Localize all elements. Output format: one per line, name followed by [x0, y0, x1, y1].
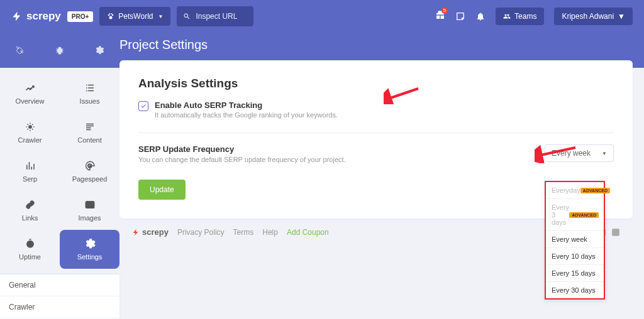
gift-button[interactable]: 5 [435, 10, 445, 23]
dropdown-option[interactable]: Every 30 days [546, 282, 604, 298]
teams-button[interactable]: Teams [496, 8, 544, 25]
freq-desc: You can change the default SERP update f… [138, 156, 519, 163]
lightning-icon [132, 229, 140, 236]
pro-badge: PRO+ [67, 11, 94, 22]
lightning-icon [11, 11, 23, 22]
bell-icon[interactable] [475, 11, 486, 21]
svg-rect-17 [612, 229, 619, 236]
footer-logo[interactable]: screpy [132, 227, 169, 237]
nav-links[interactable]: Links [0, 191, 60, 230]
gift-badge: 5 [441, 8, 448, 14]
freq-title: SERP Update Frequency [138, 144, 519, 154]
settings-submenu: General Crawler Search [0, 274, 119, 319]
svg-point-5 [28, 126, 31, 129]
svg-text:G: G [87, 163, 92, 169]
footer-terms[interactable]: Terms [233, 228, 254, 237]
frequency-dropdown: EverydayADVANCEDEvery 3 daysADVANCEDEver… [545, 181, 605, 300]
project-selector[interactable]: PetsWorld ▼ [99, 7, 170, 26]
enable-serp-checkbox[interactable] [138, 101, 148, 111]
dropdown-option: EverydayADVANCED [546, 182, 604, 199]
user-menu[interactable]: Kripesh Adwani ▼ [554, 8, 633, 25]
paw-icon [107, 13, 114, 20]
main: Analysis Settings Enable Auto SERP Track… [119, 68, 644, 319]
footer-coupon[interactable]: Add Coupon [287, 228, 329, 237]
search-wrap[interactable] [177, 6, 253, 26]
chevron-down-icon: ▼ [618, 12, 625, 21]
nav-pagespeed[interactable]: GPagespeed [60, 152, 119, 191]
nav-serp[interactable]: Serp [0, 152, 60, 191]
check-icon [140, 103, 147, 109]
teams-icon [503, 13, 511, 20]
gear-icon[interactable] [94, 45, 104, 55]
note-icon[interactable] [455, 11, 465, 21]
settings-card: Analysis Settings Enable Auto SERP Track… [119, 60, 633, 219]
top-icons: 5 Teams Kripesh Adwani ▼ [435, 8, 633, 25]
chevron-down-icon: ▼ [158, 14, 163, 19]
satellite-icon[interactable] [15, 45, 25, 55]
linkedin-icon[interactable] [611, 228, 620, 237]
frequency-select[interactable]: Every week ▼ [545, 144, 614, 162]
nav-images[interactable]: Images [60, 191, 119, 230]
chevron-down-icon: ▼ [602, 151, 607, 156]
search-icon [183, 13, 191, 20]
svg-point-3 [109, 13, 111, 14]
nav-overview[interactable]: Overview [0, 74, 60, 113]
dropdown-option[interactable]: Every 10 days [546, 248, 604, 265]
footer-help[interactable]: Help [262, 228, 278, 237]
dropdown-option[interactable]: Every 15 days [546, 265, 604, 282]
checkbox-row: Enable Auto SERP Tracking It automatical… [138, 100, 614, 119]
section-title: Analysis Settings [138, 77, 614, 90]
footer-privacy[interactable]: Privacy Policy [177, 228, 225, 237]
topbar: screpy PRO+ PetsWorld ▼ 5 Teams Kripesh … [0, 0, 644, 33]
nav-settings[interactable]: Settings [60, 230, 119, 269]
checkbox-label: Enable Auto SERP Tracking [155, 100, 338, 110]
nav-issues[interactable]: Issues [60, 74, 119, 113]
bug-icon[interactable] [55, 45, 65, 55]
checkbox-desc: It automatically tracks the Google ranki… [155, 111, 338, 119]
sidebar: Overview Issues Crawler Content Serp GPa… [0, 68, 119, 319]
dropdown-option[interactable]: Every week [546, 231, 604, 248]
svg-point-2 [112, 14, 114, 16]
submenu-general[interactable]: General [0, 274, 119, 296]
search-input[interactable] [191, 12, 247, 21]
update-button[interactable]: Update [138, 180, 186, 200]
nav-crawler[interactable]: Crawler [0, 113, 60, 152]
svg-point-4 [111, 13, 113, 14]
dropdown-option: Every 3 daysADVANCED [546, 199, 604, 231]
svg-point-0 [109, 16, 113, 19]
nav-content[interactable]: Content [60, 113, 119, 152]
nav-uptime[interactable]: Uptime [0, 230, 60, 269]
submenu-crawler[interactable]: Crawler [0, 296, 119, 318]
brand-name: screpy [26, 10, 61, 23]
brand-logo[interactable]: screpy PRO+ [11, 10, 93, 23]
svg-point-1 [108, 14, 110, 16]
